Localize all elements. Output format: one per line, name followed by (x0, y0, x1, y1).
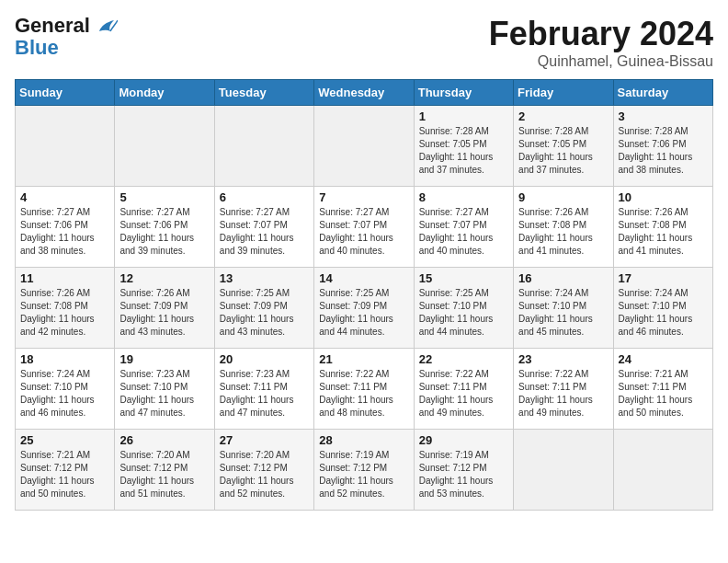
calendar-cell: 13Sunrise: 7:25 AMSunset: 7:09 PMDayligh… (214, 268, 313, 349)
calendar-title: February 2024 (489, 15, 713, 53)
day-number: 20 (220, 352, 309, 366)
day-info: Sunrise: 7:22 AMSunset: 7:11 PMDaylight:… (419, 368, 508, 419)
day-number: 7 (319, 190, 408, 204)
day-info: Sunrise: 7:28 AMSunset: 7:05 PMDaylight:… (518, 125, 608, 177)
day-info: Sunrise: 7:20 AMSunset: 7:12 PMDaylight:… (119, 449, 209, 500)
calendar-cell: 15Sunrise: 7:25 AMSunset: 7:10 PMDayligh… (414, 268, 513, 349)
calendar-cell: 1Sunrise: 7:28 AMSunset: 7:05 PMDaylight… (414, 106, 513, 187)
calendar-cell: 24Sunrise: 7:21 AMSunset: 7:11 PMDayligh… (613, 349, 712, 430)
day-number: 6 (220, 190, 309, 204)
day-info: Sunrise: 7:28 AMSunset: 7:05 PMDaylight:… (419, 125, 508, 177)
day-number: 15 (419, 271, 508, 285)
calendar-cell: 4Sunrise: 7:27 AMSunset: 7:06 PMDaylight… (16, 187, 115, 268)
calendar-cell: 27Sunrise: 7:20 AMSunset: 7:12 PMDayligh… (214, 430, 313, 511)
day-number: 13 (220, 271, 309, 285)
calendar-cell: 11Sunrise: 7:26 AMSunset: 7:08 PMDayligh… (16, 268, 115, 349)
day-info: Sunrise: 7:23 AMSunset: 7:11 PMDaylight:… (220, 368, 309, 419)
weekday-header-sunday: Sunday (16, 80, 115, 106)
calendar-cell: 28Sunrise: 7:19 AMSunset: 7:12 PMDayligh… (314, 430, 414, 511)
day-info: Sunrise: 7:27 AMSunset: 7:07 PMDaylight:… (419, 206, 508, 258)
day-info: Sunrise: 7:25 AMSunset: 7:09 PMDaylight:… (220, 287, 309, 339)
calendar-table: SundayMondayTuesdayWednesdayThursdayFrid… (15, 79, 713, 511)
calendar-cell: 8Sunrise: 7:27 AMSunset: 7:07 PMDaylight… (414, 187, 513, 268)
weekday-header-thursday: Thursday (414, 80, 513, 106)
weekday-header-wednesday: Wednesday (314, 80, 414, 106)
day-number: 1 (419, 109, 508, 123)
day-info: Sunrise: 7:27 AMSunset: 7:07 PMDaylight:… (319, 206, 408, 258)
day-number: 11 (20, 271, 109, 285)
calendar-cell: 14Sunrise: 7:25 AMSunset: 7:09 PMDayligh… (314, 268, 414, 349)
day-number: 24 (619, 352, 708, 366)
day-info: Sunrise: 7:25 AMSunset: 7:10 PMDaylight:… (419, 287, 508, 339)
day-info: Sunrise: 7:26 AMSunset: 7:08 PMDaylight:… (518, 206, 608, 258)
day-info: Sunrise: 7:22 AMSunset: 7:11 PMDaylight:… (518, 368, 608, 419)
calendar-cell: 23Sunrise: 7:22 AMSunset: 7:11 PMDayligh… (514, 349, 613, 430)
day-info: Sunrise: 7:27 AMSunset: 7:07 PMDaylight:… (220, 206, 309, 258)
logo-bird-icon (97, 18, 118, 35)
calendar-cell: 20Sunrise: 7:23 AMSunset: 7:11 PMDayligh… (214, 349, 313, 430)
weekday-header-tuesday: Tuesday (214, 80, 313, 106)
calendar-cell: 29Sunrise: 7:19 AMSunset: 7:12 PMDayligh… (414, 430, 513, 511)
day-number: 27 (220, 433, 309, 447)
day-number: 22 (419, 352, 508, 366)
day-number: 26 (119, 433, 209, 447)
calendar-cell: 17Sunrise: 7:24 AMSunset: 7:10 PMDayligh… (613, 268, 712, 349)
day-number: 19 (119, 352, 209, 366)
day-info: Sunrise: 7:21 AMSunset: 7:12 PMDaylight:… (20, 449, 109, 500)
day-info: Sunrise: 7:27 AMSunset: 7:06 PMDaylight:… (119, 206, 209, 258)
day-info: Sunrise: 7:26 AMSunset: 7:08 PMDaylight:… (20, 287, 109, 339)
calendar-cell: 9Sunrise: 7:26 AMSunset: 7:08 PMDaylight… (514, 187, 613, 268)
calendar-cell (115, 106, 214, 187)
day-info: Sunrise: 7:20 AMSunset: 7:12 PMDaylight:… (220, 449, 309, 500)
calendar-cell: 26Sunrise: 7:20 AMSunset: 7:12 PMDayligh… (115, 430, 214, 511)
day-number: 16 (518, 271, 608, 285)
weekday-header-monday: Monday (115, 80, 214, 106)
calendar-cell: 22Sunrise: 7:22 AMSunset: 7:11 PMDayligh… (414, 349, 513, 430)
day-number: 17 (619, 271, 708, 285)
day-info: Sunrise: 7:24 AMSunset: 7:10 PMDaylight:… (619, 287, 708, 339)
day-info: Sunrise: 7:22 AMSunset: 7:11 PMDaylight:… (319, 368, 408, 419)
day-number: 18 (20, 352, 109, 366)
day-info: Sunrise: 7:21 AMSunset: 7:11 PMDaylight:… (619, 368, 708, 419)
calendar-cell: 25Sunrise: 7:21 AMSunset: 7:12 PMDayligh… (16, 430, 115, 511)
logo: General Blue (15, 15, 118, 59)
calendar-cell (214, 106, 313, 187)
day-number: 29 (419, 433, 508, 447)
day-info: Sunrise: 7:28 AMSunset: 7:06 PMDaylight:… (619, 125, 708, 177)
calendar-cell: 3Sunrise: 7:28 AMSunset: 7:06 PMDaylight… (613, 106, 712, 187)
day-number: 25 (20, 433, 109, 447)
day-number: 10 (619, 190, 708, 204)
day-info: Sunrise: 7:24 AMSunset: 7:10 PMDaylight:… (20, 368, 109, 419)
weekday-header-saturday: Saturday (613, 80, 712, 106)
calendar-cell: 21Sunrise: 7:22 AMSunset: 7:11 PMDayligh… (314, 349, 414, 430)
calendar-cell: 6Sunrise: 7:27 AMSunset: 7:07 PMDaylight… (214, 187, 313, 268)
day-info: Sunrise: 7:26 AMSunset: 7:09 PMDaylight:… (119, 287, 209, 339)
day-info: Sunrise: 7:25 AMSunset: 7:09 PMDaylight:… (319, 287, 408, 339)
day-number: 8 (419, 190, 508, 204)
calendar-cell: 10Sunrise: 7:26 AMSunset: 7:08 PMDayligh… (613, 187, 712, 268)
calendar-cell: 12Sunrise: 7:26 AMSunset: 7:09 PMDayligh… (115, 268, 214, 349)
calendar-cell: 5Sunrise: 7:27 AMSunset: 7:06 PMDaylight… (115, 187, 214, 268)
day-info: Sunrise: 7:27 AMSunset: 7:06 PMDaylight:… (20, 206, 109, 258)
day-number: 9 (518, 190, 608, 204)
calendar-cell: 16Sunrise: 7:24 AMSunset: 7:10 PMDayligh… (514, 268, 613, 349)
day-info: Sunrise: 7:19 AMSunset: 7:12 PMDaylight:… (419, 449, 508, 500)
calendar-cell: 18Sunrise: 7:24 AMSunset: 7:10 PMDayligh… (16, 349, 115, 430)
day-number: 4 (20, 190, 109, 204)
calendar-subtitle: Quinhamel, Guinea-Bissau (489, 53, 713, 70)
calendar-cell: 19Sunrise: 7:23 AMSunset: 7:10 PMDayligh… (115, 349, 214, 430)
header: General Blue February 2024 Quinhamel, Gu… (15, 15, 713, 70)
day-number: 2 (518, 109, 608, 123)
weekday-header-friday: Friday (514, 80, 613, 106)
calendar-cell: 7Sunrise: 7:27 AMSunset: 7:07 PMDaylight… (314, 187, 414, 268)
calendar-cell (514, 430, 613, 511)
calendar-cell (314, 106, 414, 187)
logo-blue: Blue (15, 37, 59, 59)
day-number: 28 (319, 433, 408, 447)
day-number: 23 (518, 352, 608, 366)
day-info: Sunrise: 7:23 AMSunset: 7:10 PMDaylight:… (119, 368, 209, 419)
calendar-cell (16, 106, 115, 187)
calendar-cell: 2Sunrise: 7:28 AMSunset: 7:05 PMDaylight… (514, 106, 613, 187)
day-number: 14 (319, 271, 408, 285)
logo-general: General (15, 14, 90, 37)
